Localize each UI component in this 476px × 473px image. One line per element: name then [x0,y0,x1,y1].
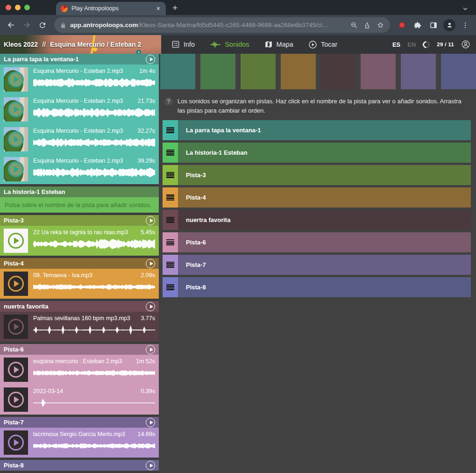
audio-clip[interactable]: 22 Ua reka te tagnia to rau niau.mp3 5.4… [0,226,159,256]
drag-handle-icon [166,194,174,201]
lang-es-button[interactable]: ES [392,41,400,48]
track-header[interactable]: nuertra favorita [0,301,159,312]
track-play-button[interactable] [146,418,155,427]
track-row-body[interactable]: nuertra favorita [178,210,471,230]
clip-name: Esquina Mercurio - Esteban 2.mp3 [33,68,123,74]
track-row[interactable]: Pista-7 [163,255,471,275]
audio-clip[interactable]: Palmas sevillanas 160 bpm mp3.mp3 3.77s [0,312,159,342]
tab-sonidos[interactable]: Sonidos [210,41,249,49]
drag-handle[interactable] [163,232,178,252]
browser-tab[interactable]: Play Antropoloops × [56,2,166,15]
tab-close-icon[interactable]: × [156,4,161,13]
clip-thumbnail[interactable] [4,272,28,296]
track-play-button[interactable] [146,216,155,225]
drag-handle[interactable] [163,210,178,230]
forward-icon[interactable] [20,18,34,32]
track-row-body[interactable]: Pista-7 [178,255,471,275]
track-row[interactable]: La historia-1 Esteban [163,143,471,163]
clip-play-icon [8,362,24,378]
track-play-button[interactable] [146,345,155,354]
track-color-swatches [159,54,476,89]
track-row[interactable]: Pista-8 [163,277,471,297]
clip-thumbnail[interactable] [4,430,28,455]
drag-handle[interactable] [163,255,178,275]
new-tab-button[interactable]: + [172,3,178,13]
track-row[interactable]: Pista-4 [163,187,471,208]
profile-avatar[interactable] [442,18,456,32]
recording-indicator-icon[interactable] [395,18,409,32]
clip-thumbnail[interactable] [4,127,28,151]
clip-waveform [33,78,155,88]
track-row-body[interactable]: Pista-6 [178,232,471,252]
address-bar[interactable]: app.antropoloops.com/Kleos-Santa-Marina/… [54,17,390,33]
track-header[interactable]: Pista-7 [0,417,159,428]
drag-handle[interactable] [163,143,178,163]
drag-handle[interactable] [163,165,178,185]
track-section: Pista-7 lacrimosa Sergio García Merlo.mp… [0,417,159,458]
drag-handle[interactable] [163,120,178,140]
bookmark-star-icon[interactable] [377,21,384,29]
track-play-button[interactable] [146,461,155,470]
track-row-body[interactable]: Pista-8 [178,277,471,297]
clip-thumbnail[interactable] [4,358,28,382]
reload-icon[interactable] [36,18,50,32]
track-row[interactable]: Pista-6 [163,232,471,252]
track-play-button[interactable] [146,55,155,64]
tab-tocar[interactable]: Tocar [308,40,337,49]
account-icon[interactable] [461,40,470,49]
clip-thumbnail[interactable] [4,229,28,253]
track-color-swatch [160,54,195,89]
track-row-body[interactable]: Pista-3 [178,165,471,185]
back-icon[interactable] [4,18,18,32]
track-header[interactable]: Pista-4 [0,258,159,269]
share-icon[interactable] [363,22,371,29]
audio-clip[interactable]: Esquina Mercurio - Esteban 2.mp3 32.27s [0,124,159,154]
audio-clip[interactable]: 09. Temaeva - Iva.mp3 2.09s [0,269,159,299]
ssl-lock-icon[interactable] [60,22,66,29]
track-row-body[interactable]: La parra tapa la ventana-1 [178,120,471,140]
extensions-puzzle-icon[interactable] [411,18,425,32]
audio-clip[interactable]: lacrimosa Sergio García Merlo.mp3 14.69s [0,428,159,458]
window-close-button[interactable] [6,5,11,10]
track-row-body[interactable]: Pista-4 [178,187,471,208]
zoom-out-icon[interactable] [350,22,358,29]
track-section: La historia-1 Esteban Pulsa sobre el nom… [0,186,159,213]
track-row[interactable]: nuertra favorita [163,210,471,230]
audio-clip[interactable]: Esquina Mercurio - Esteban 2.mp3 1m 4s [0,64,159,94]
track-row[interactable]: Pista-3 [163,165,471,185]
clip-duration: 2.09s [141,272,155,279]
clip-waveform [33,108,155,118]
track-header[interactable]: Pista-6 [0,344,159,355]
tab-info[interactable]: Info [171,40,195,49]
clip-thumbnail[interactable] [4,67,28,92]
clip-thumbnail[interactable] [4,157,28,181]
track-color-swatch [200,54,235,89]
window-minimize-button[interactable] [15,5,21,10]
clip-thumbnail[interactable] [4,315,28,339]
tab-search-chevron-icon[interactable] [462,6,469,12]
track-header[interactable]: Pista-8 [0,460,159,471]
audio-clip[interactable]: 2022-03-14 0.39s [0,385,159,415]
track-row[interactable]: La parra tapa la ventana-1 [163,120,471,140]
lang-en-button[interactable]: EN [407,41,416,48]
clip-thumbnail[interactable] [4,387,28,412]
audio-clip[interactable]: Esquina Mercurio - Esteban 2.mp3 39.29s [0,154,159,184]
browser-menu-kebab-icon[interactable] [458,18,472,32]
track-row-body[interactable]: La historia-1 Esteban [178,143,471,163]
track-header[interactable]: Pista-3 [0,215,159,226]
track-play-button[interactable] [146,259,155,268]
drag-handle[interactable] [163,187,178,208]
clip-duration: 0.39s [141,388,155,394]
track-header[interactable]: La parra tapa la ventana-1 [0,54,159,64]
window-zoom-button[interactable] [24,5,30,10]
track-header[interactable]: La historia-1 Esteban [0,186,159,197]
tab-mapa[interactable]: Mapa [264,40,293,49]
clip-thumbnail[interactable] [4,97,28,122]
audio-clip[interactable]: esquina mercurio : Esteban 2.mp3 1m 52s [0,355,159,385]
drag-handle[interactable] [163,277,178,297]
side-panel-icon[interactable] [426,18,440,32]
track-play-button[interactable] [146,302,155,311]
audio-clip[interactable]: Esquina Mercurio - Esteban 2.mp3 21.73s [0,94,159,124]
drag-handle-icon [166,239,174,245]
breadcrumb[interactable]: Kleos 2022 // Esquina Mercurio / Esteban… [0,35,161,54]
